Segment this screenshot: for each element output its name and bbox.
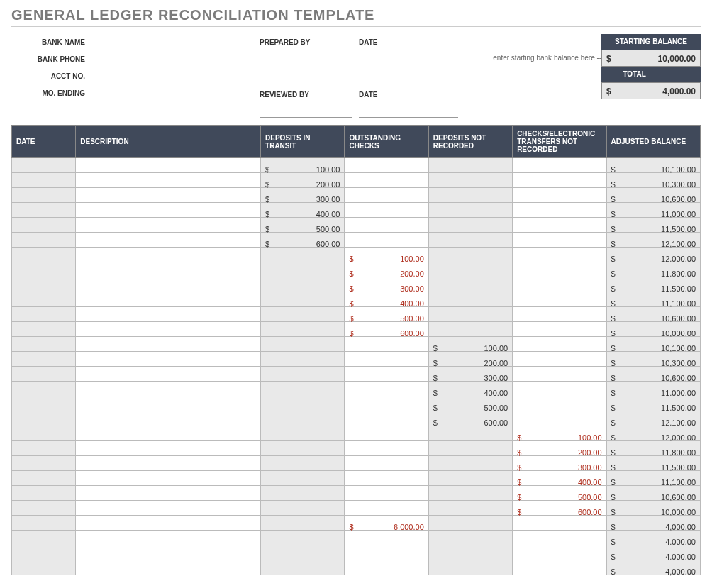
table-cell[interactable] <box>428 441 512 456</box>
cell-description[interactable] <box>76 456 261 471</box>
table-cell[interactable] <box>345 560 428 575</box>
cell-description[interactable] <box>76 173 261 188</box>
table-cell[interactable]: $200.00 <box>428 352 512 367</box>
table-cell[interactable] <box>261 262 345 277</box>
table-cell[interactable] <box>345 501 428 516</box>
field-date-2[interactable] <box>359 104 458 118</box>
table-cell[interactable]: $200.00 <box>513 441 606 456</box>
table-cell[interactable] <box>428 188 512 203</box>
cell-description[interactable] <box>76 292 261 307</box>
table-cell[interactable]: $300.00 <box>513 456 606 471</box>
table-cell[interactable] <box>513 531 606 545</box>
table-cell[interactable] <box>428 560 512 575</box>
cell-date[interactable] <box>12 441 76 456</box>
table-cell[interactable]: $10,100.00 <box>606 337 700 352</box>
table-cell[interactable]: $11,100.00 <box>606 471 700 486</box>
table-cell[interactable] <box>428 292 512 307</box>
table-cell[interactable]: $100.00 <box>261 158 345 173</box>
table-cell[interactable] <box>428 262 512 277</box>
table-cell[interactable] <box>513 516 606 531</box>
table-cell[interactable] <box>261 486 345 501</box>
table-cell[interactable] <box>345 352 428 367</box>
table-cell[interactable] <box>428 531 512 545</box>
table-cell[interactable] <box>428 203 512 218</box>
table-cell[interactable] <box>261 411 345 426</box>
cell-description[interactable] <box>76 396 261 411</box>
table-cell[interactable] <box>428 426 512 441</box>
table-cell[interactable] <box>345 367 428 382</box>
cell-description[interactable] <box>76 516 261 531</box>
table-cell[interactable] <box>261 501 345 516</box>
table-cell[interactable]: $100.00 <box>513 426 606 441</box>
table-cell[interactable] <box>345 337 428 352</box>
table-cell[interactable] <box>261 367 345 382</box>
table-cell[interactable] <box>428 158 512 173</box>
table-cell[interactable]: $11,800.00 <box>606 441 700 456</box>
table-cell[interactable]: $10,300.00 <box>606 173 700 188</box>
cell-date[interactable] <box>12 248 76 262</box>
cell-date[interactable] <box>12 382 76 396</box>
table-cell[interactable] <box>345 426 428 441</box>
cell-date[interactable] <box>12 337 76 352</box>
cell-description[interactable] <box>76 531 261 545</box>
table-cell[interactable] <box>513 203 606 218</box>
table-cell[interactable]: $300.00 <box>261 188 345 203</box>
table-cell[interactable] <box>428 248 512 262</box>
cell-date[interactable] <box>12 560 76 575</box>
table-cell[interactable] <box>345 173 428 188</box>
table-cell[interactable] <box>261 396 345 411</box>
table-cell[interactable]: $10,000.00 <box>606 322 700 337</box>
table-cell[interactable] <box>261 307 345 322</box>
table-cell[interactable]: $6,000.00 <box>345 516 428 531</box>
table-cell[interactable] <box>261 352 345 367</box>
table-cell[interactable]: $10,600.00 <box>606 307 700 322</box>
table-cell[interactable] <box>428 218 512 233</box>
cell-description[interactable] <box>76 277 261 292</box>
cell-date[interactable] <box>12 426 76 441</box>
table-cell[interactable] <box>513 382 606 396</box>
cell-description[interactable] <box>76 233 261 248</box>
cell-date[interactable] <box>12 203 76 218</box>
table-cell[interactable] <box>261 292 345 307</box>
table-cell[interactable]: $100.00 <box>345 248 428 262</box>
table-cell[interactable]: $300.00 <box>428 367 512 382</box>
cell-description[interactable] <box>76 560 261 575</box>
cell-description[interactable] <box>76 471 261 486</box>
table-cell[interactable]: $11,500.00 <box>606 396 700 411</box>
table-cell[interactable]: $10,100.00 <box>606 158 700 173</box>
table-cell[interactable] <box>428 501 512 516</box>
table-cell[interactable] <box>261 471 345 486</box>
table-cell[interactable]: $11,800.00 <box>606 262 700 277</box>
cell-date[interactable] <box>12 486 76 501</box>
table-cell[interactable] <box>428 277 512 292</box>
cell-date[interactable] <box>12 456 76 471</box>
table-cell[interactable]: $300.00 <box>345 277 428 292</box>
table-cell[interactable]: $500.00 <box>513 486 606 501</box>
table-cell[interactable]: $600.00 <box>261 233 345 248</box>
table-cell[interactable] <box>345 233 428 248</box>
cell-description[interactable] <box>76 382 261 396</box>
table-cell[interactable]: $10,600.00 <box>606 486 700 501</box>
table-cell[interactable] <box>345 441 428 456</box>
table-cell[interactable]: $12,100.00 <box>606 411 700 426</box>
table-cell[interactable] <box>345 382 428 396</box>
table-cell[interactable]: $10,600.00 <box>606 367 700 382</box>
table-cell[interactable] <box>513 352 606 367</box>
cell-date[interactable] <box>12 218 76 233</box>
table-cell[interactable]: $11,100.00 <box>606 292 700 307</box>
cell-description[interactable] <box>76 248 261 262</box>
table-cell[interactable] <box>513 188 606 203</box>
table-cell[interactable]: $10,000.00 <box>606 501 700 516</box>
table-cell[interactable] <box>428 173 512 188</box>
table-cell[interactable] <box>345 486 428 501</box>
cell-description[interactable] <box>76 203 261 218</box>
table-cell[interactable] <box>261 456 345 471</box>
table-cell[interactable] <box>261 248 345 262</box>
cell-description[interactable] <box>76 501 261 516</box>
starting-balance-value[interactable]: $ 10,000.00 <box>601 50 701 67</box>
table-cell[interactable] <box>261 382 345 396</box>
table-cell[interactable] <box>345 531 428 545</box>
cell-date[interactable] <box>12 396 76 411</box>
cell-description[interactable] <box>76 352 261 367</box>
cell-date[interactable] <box>12 277 76 292</box>
